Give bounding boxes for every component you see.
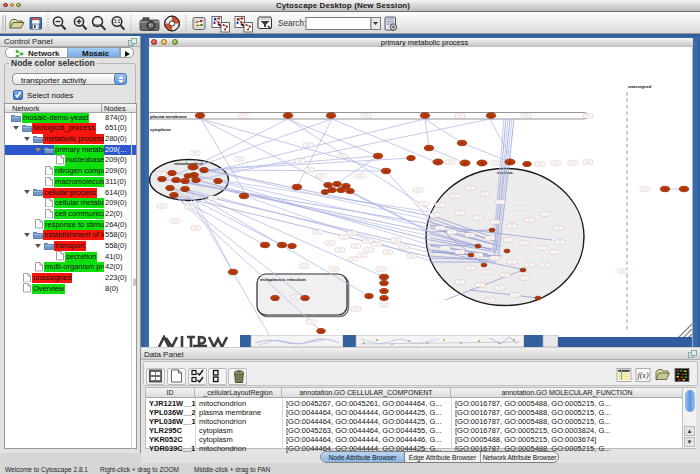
svg-text:1:1: 1:1 [114, 19, 121, 24]
svg-text:cytoplasm: cytoplasm [150, 127, 171, 132]
svg-text:unassigned: unassigned [628, 84, 652, 89]
svg-text:plasma membrane: plasma membrane [150, 114, 187, 119]
svg-text:Search:: Search: [278, 19, 306, 28]
svg-text:f(x): f(x) [637, 371, 648, 380]
